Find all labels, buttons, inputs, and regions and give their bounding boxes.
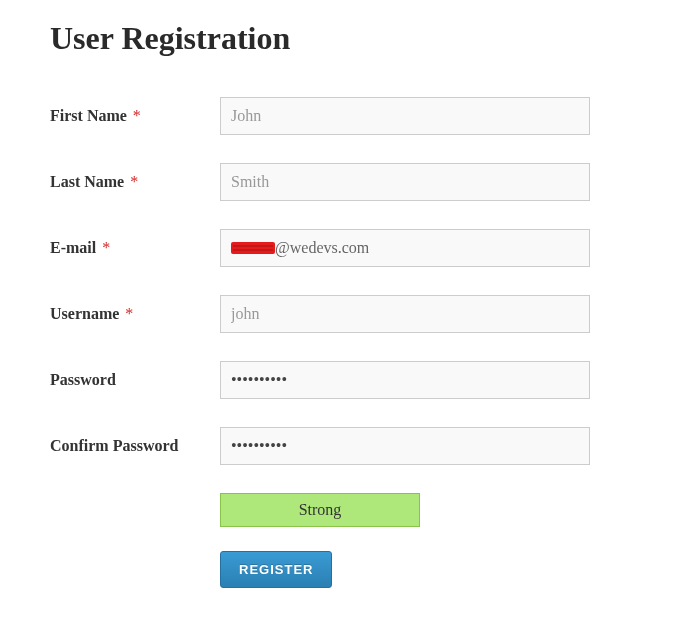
last-name-input[interactable] bbox=[220, 163, 590, 201]
confirm-password-row: Confirm Password bbox=[50, 427, 636, 465]
password-row: Password bbox=[50, 361, 636, 399]
username-row: Username * bbox=[50, 295, 636, 333]
email-row: E-mail * @wedevs.com bbox=[50, 229, 636, 267]
first-name-input[interactable] bbox=[220, 97, 590, 135]
required-marker: * bbox=[102, 239, 110, 256]
confirm-password-input[interactable] bbox=[220, 427, 590, 465]
email-domain: @wedevs.com bbox=[275, 239, 369, 257]
password-label: Password bbox=[50, 371, 220, 389]
password-strength-indicator: Strong bbox=[220, 493, 420, 527]
email-field[interactable]: @wedevs.com bbox=[220, 229, 590, 267]
required-marker: * bbox=[125, 305, 133, 322]
last-name-row: Last Name * bbox=[50, 163, 636, 201]
first-name-row: First Name * bbox=[50, 97, 636, 135]
last-name-label: Last Name * bbox=[50, 173, 220, 191]
password-input[interactable] bbox=[220, 361, 590, 399]
page-title: User Registration bbox=[50, 20, 636, 57]
redacted-icon bbox=[231, 242, 275, 254]
submit-row: REGISTER bbox=[50, 551, 636, 588]
email-label: E-mail * bbox=[50, 239, 220, 257]
confirm-password-label: Confirm Password bbox=[50, 437, 220, 455]
required-marker: * bbox=[130, 173, 138, 190]
required-marker: * bbox=[133, 107, 141, 124]
username-label: Username * bbox=[50, 305, 220, 323]
username-input[interactable] bbox=[220, 295, 590, 333]
password-strength-row: Strong bbox=[50, 493, 636, 527]
register-button[interactable]: REGISTER bbox=[220, 551, 332, 588]
first-name-label: First Name * bbox=[50, 107, 220, 125]
